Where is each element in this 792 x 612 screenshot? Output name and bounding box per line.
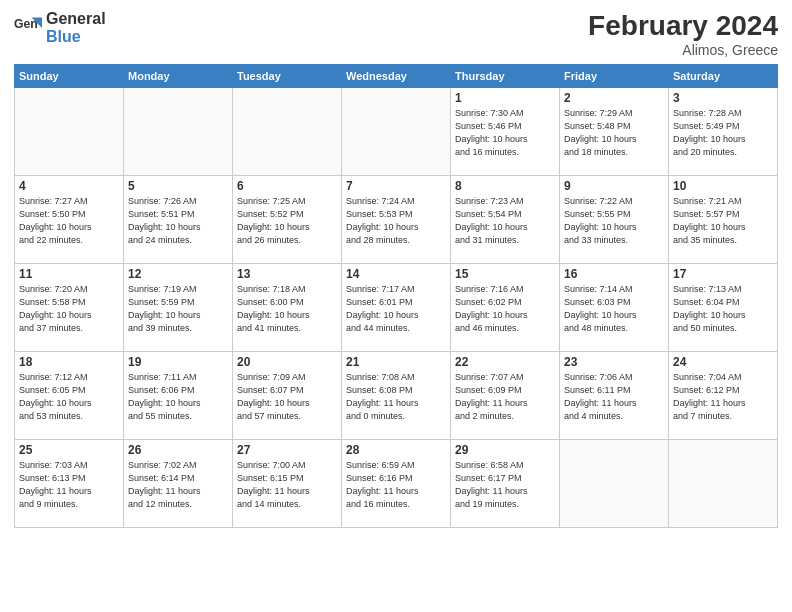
day-info: Sunrise: 7:20 AM Sunset: 5:58 PM Dayligh…	[19, 283, 119, 335]
table-row: 28Sunrise: 6:59 AM Sunset: 6:16 PM Dayli…	[342, 440, 451, 528]
day-number: 10	[673, 179, 773, 193]
day-number: 8	[455, 179, 555, 193]
day-number: 11	[19, 267, 119, 281]
table-row: 15Sunrise: 7:16 AM Sunset: 6:02 PM Dayli…	[451, 264, 560, 352]
table-row: 13Sunrise: 7:18 AM Sunset: 6:00 PM Dayli…	[233, 264, 342, 352]
col-friday: Friday	[560, 65, 669, 88]
day-number: 14	[346, 267, 446, 281]
month-year: February 2024	[588, 10, 778, 42]
day-number: 7	[346, 179, 446, 193]
day-number: 19	[128, 355, 228, 369]
day-number: 24	[673, 355, 773, 369]
day-number: 21	[346, 355, 446, 369]
table-row: 1Sunrise: 7:30 AM Sunset: 5:46 PM Daylig…	[451, 88, 560, 176]
day-info: Sunrise: 7:08 AM Sunset: 6:08 PM Dayligh…	[346, 371, 446, 423]
day-number: 12	[128, 267, 228, 281]
day-info: Sunrise: 7:14 AM Sunset: 6:03 PM Dayligh…	[564, 283, 664, 335]
day-info: Sunrise: 6:58 AM Sunset: 6:17 PM Dayligh…	[455, 459, 555, 511]
table-row: 26Sunrise: 7:02 AM Sunset: 6:14 PM Dayli…	[124, 440, 233, 528]
table-row: 19Sunrise: 7:11 AM Sunset: 6:06 PM Dayli…	[124, 352, 233, 440]
day-number: 27	[237, 443, 337, 457]
day-number: 3	[673, 91, 773, 105]
day-info: Sunrise: 7:24 AM Sunset: 5:53 PM Dayligh…	[346, 195, 446, 247]
day-info: Sunrise: 7:00 AM Sunset: 6:15 PM Dayligh…	[237, 459, 337, 511]
table-row: 29Sunrise: 6:58 AM Sunset: 6:17 PM Dayli…	[451, 440, 560, 528]
day-info: Sunrise: 7:12 AM Sunset: 6:05 PM Dayligh…	[19, 371, 119, 423]
col-thursday: Thursday	[451, 65, 560, 88]
table-row: 4Sunrise: 7:27 AM Sunset: 5:50 PM Daylig…	[15, 176, 124, 264]
day-number: 16	[564, 267, 664, 281]
day-number: 1	[455, 91, 555, 105]
calendar-container: Gen General Blue February 2024 Alimos, G…	[0, 0, 792, 534]
col-saturday: Saturday	[669, 65, 778, 88]
day-number: 5	[128, 179, 228, 193]
day-info: Sunrise: 7:22 AM Sunset: 5:55 PM Dayligh…	[564, 195, 664, 247]
table-row	[669, 440, 778, 528]
table-row	[233, 88, 342, 176]
day-info: Sunrise: 7:02 AM Sunset: 6:14 PM Dayligh…	[128, 459, 228, 511]
day-number: 29	[455, 443, 555, 457]
table-row: 23Sunrise: 7:06 AM Sunset: 6:11 PM Dayli…	[560, 352, 669, 440]
day-number: 26	[128, 443, 228, 457]
day-info: Sunrise: 7:07 AM Sunset: 6:09 PM Dayligh…	[455, 371, 555, 423]
col-sunday: Sunday	[15, 65, 124, 88]
header-row: Sunday Monday Tuesday Wednesday Thursday…	[15, 65, 778, 88]
day-info: Sunrise: 7:28 AM Sunset: 5:49 PM Dayligh…	[673, 107, 773, 159]
day-info: Sunrise: 7:03 AM Sunset: 6:13 PM Dayligh…	[19, 459, 119, 511]
day-number: 28	[346, 443, 446, 457]
location: Alimos, Greece	[588, 42, 778, 58]
table-row: 27Sunrise: 7:00 AM Sunset: 6:15 PM Dayli…	[233, 440, 342, 528]
table-row	[124, 88, 233, 176]
table-row: 21Sunrise: 7:08 AM Sunset: 6:08 PM Dayli…	[342, 352, 451, 440]
day-info: Sunrise: 7:18 AM Sunset: 6:00 PM Dayligh…	[237, 283, 337, 335]
header: Gen General Blue February 2024 Alimos, G…	[14, 10, 778, 58]
table-row: 2Sunrise: 7:29 AM Sunset: 5:48 PM Daylig…	[560, 88, 669, 176]
table-row	[15, 88, 124, 176]
day-info: Sunrise: 7:21 AM Sunset: 5:57 PM Dayligh…	[673, 195, 773, 247]
col-wednesday: Wednesday	[342, 65, 451, 88]
day-number: 17	[673, 267, 773, 281]
table-row: 17Sunrise: 7:13 AM Sunset: 6:04 PM Dayli…	[669, 264, 778, 352]
table-row: 11Sunrise: 7:20 AM Sunset: 5:58 PM Dayli…	[15, 264, 124, 352]
day-number: 13	[237, 267, 337, 281]
day-number: 18	[19, 355, 119, 369]
day-info: Sunrise: 7:29 AM Sunset: 5:48 PM Dayligh…	[564, 107, 664, 159]
table-row: 24Sunrise: 7:04 AM Sunset: 6:12 PM Dayli…	[669, 352, 778, 440]
table-row: 22Sunrise: 7:07 AM Sunset: 6:09 PM Dayli…	[451, 352, 560, 440]
day-info: Sunrise: 7:16 AM Sunset: 6:02 PM Dayligh…	[455, 283, 555, 335]
table-row: 25Sunrise: 7:03 AM Sunset: 6:13 PM Dayli…	[15, 440, 124, 528]
table-row: 3Sunrise: 7:28 AM Sunset: 5:49 PM Daylig…	[669, 88, 778, 176]
day-info: Sunrise: 7:27 AM Sunset: 5:50 PM Dayligh…	[19, 195, 119, 247]
table-row: 6Sunrise: 7:25 AM Sunset: 5:52 PM Daylig…	[233, 176, 342, 264]
table-row	[342, 88, 451, 176]
day-info: Sunrise: 7:17 AM Sunset: 6:01 PM Dayligh…	[346, 283, 446, 335]
day-info: Sunrise: 7:13 AM Sunset: 6:04 PM Dayligh…	[673, 283, 773, 335]
day-number: 15	[455, 267, 555, 281]
table-row: 14Sunrise: 7:17 AM Sunset: 6:01 PM Dayli…	[342, 264, 451, 352]
table-row: 5Sunrise: 7:26 AM Sunset: 5:51 PM Daylig…	[124, 176, 233, 264]
table-row: 18Sunrise: 7:12 AM Sunset: 6:05 PM Dayli…	[15, 352, 124, 440]
day-number: 22	[455, 355, 555, 369]
day-number: 23	[564, 355, 664, 369]
day-info: Sunrise: 7:26 AM Sunset: 5:51 PM Dayligh…	[128, 195, 228, 247]
day-info: Sunrise: 7:23 AM Sunset: 5:54 PM Dayligh…	[455, 195, 555, 247]
day-info: Sunrise: 7:06 AM Sunset: 6:11 PM Dayligh…	[564, 371, 664, 423]
logo: Gen General Blue	[14, 10, 106, 45]
day-number: 4	[19, 179, 119, 193]
day-info: Sunrise: 7:25 AM Sunset: 5:52 PM Dayligh…	[237, 195, 337, 247]
day-info: Sunrise: 6:59 AM Sunset: 6:16 PM Dayligh…	[346, 459, 446, 511]
day-info: Sunrise: 7:09 AM Sunset: 6:07 PM Dayligh…	[237, 371, 337, 423]
day-number: 6	[237, 179, 337, 193]
day-info: Sunrise: 7:04 AM Sunset: 6:12 PM Dayligh…	[673, 371, 773, 423]
day-number: 2	[564, 91, 664, 105]
logo-text: General Blue	[46, 10, 106, 45]
table-row	[560, 440, 669, 528]
col-tuesday: Tuesday	[233, 65, 342, 88]
title-area: February 2024 Alimos, Greece	[588, 10, 778, 58]
logo-icon: Gen	[14, 14, 42, 42]
col-monday: Monday	[124, 65, 233, 88]
day-number: 20	[237, 355, 337, 369]
day-info: Sunrise: 7:19 AM Sunset: 5:59 PM Dayligh…	[128, 283, 228, 335]
table-row: 10Sunrise: 7:21 AM Sunset: 5:57 PM Dayli…	[669, 176, 778, 264]
table-row: 12Sunrise: 7:19 AM Sunset: 5:59 PM Dayli…	[124, 264, 233, 352]
